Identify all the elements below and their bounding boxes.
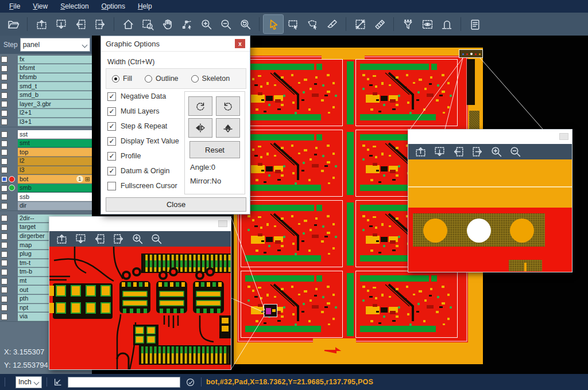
filter-button[interactable] xyxy=(398,15,417,33)
menu-help[interactable]: Help xyxy=(132,1,158,11)
eye-region-button[interactable] xyxy=(417,15,437,33)
layer-color-band[interactable]: l3 xyxy=(18,166,92,175)
box-arrow-up-button[interactable] xyxy=(32,15,51,33)
layer-visibility-checkbox[interactable] xyxy=(1,278,7,284)
layer-row-bfsmb[interactable]: bfsmb xyxy=(0,73,92,82)
window-button-icon[interactable] xyxy=(559,133,568,140)
dialog-close-action-button[interactable]: Close xyxy=(106,197,246,212)
layer-visibility-checkbox[interactable] xyxy=(1,65,7,72)
flip-vertical-button[interactable] xyxy=(216,118,240,138)
layer-visibility-checkbox[interactable] xyxy=(1,185,7,192)
radio-outline[interactable]: Outline xyxy=(145,75,179,83)
pan-hand-button[interactable] xyxy=(157,15,177,33)
layer-row-smt[interactable]: smt xyxy=(0,139,92,148)
menu-options[interactable]: Options xyxy=(96,1,131,11)
layer-visibility-checkbox[interactable] xyxy=(1,56,7,63)
report-button[interactable] xyxy=(465,15,485,33)
layer-color-band[interactable]: sst xyxy=(18,130,92,139)
box-arrow-up-button[interactable] xyxy=(55,233,68,245)
layer-visibility-checkbox[interactable] xyxy=(1,194,7,200)
checkbox-multi-layers[interactable]: ✓Multi Layers xyxy=(107,104,185,119)
rect-select-button[interactable] xyxy=(283,15,303,33)
layer-row-l2+1[interactable]: l2+1 xyxy=(0,109,92,118)
layer-color-band[interactable]: ssb xyxy=(18,193,92,201)
layer-visibility-checkbox[interactable] xyxy=(1,296,7,302)
layer-row-l3[interactable]: l3 xyxy=(0,166,92,175)
layer-visibility-checkbox[interactable] xyxy=(1,149,7,155)
layer-row-smd_t[interactable]: smd_t xyxy=(0,82,92,91)
layer-visibility-checkbox[interactable] xyxy=(1,251,7,258)
zoom-out-button[interactable] xyxy=(216,15,235,33)
layer-visibility-checkbox[interactable] xyxy=(1,83,7,89)
layer-row-sst[interactable]: sst xyxy=(0,130,92,139)
layer-color-band[interactable]: smd_t xyxy=(18,82,92,91)
zoom-prev-button[interactable] xyxy=(235,15,255,33)
layer-visibility-checkbox[interactable] xyxy=(1,203,7,209)
poly-select-button[interactable] xyxy=(303,15,322,33)
measure-diag-button[interactable] xyxy=(350,15,370,33)
layer-color-band[interactable]: smt xyxy=(18,139,92,148)
layer-row-fx[interactable]: fx xyxy=(0,55,92,64)
rotate-ccw-button[interactable] xyxy=(216,96,240,116)
layer-row-bfsmt[interactable]: bfsmt xyxy=(0,64,92,73)
box-arrow-up-button[interactable] xyxy=(413,146,427,158)
box-arrow-right-button[interactable] xyxy=(90,15,110,33)
menu-selection[interactable]: Selection xyxy=(55,1,94,11)
box-arrow-down-button[interactable] xyxy=(74,233,87,245)
box-arrow-left-button[interactable] xyxy=(92,233,106,245)
set-origin-icon[interactable] xyxy=(52,376,64,388)
box-arrow-right-button[interactable] xyxy=(470,146,484,158)
reset-button[interactable]: Reset xyxy=(189,141,240,158)
checkbox-step-repeat[interactable]: ✓Step & Repeat xyxy=(107,119,185,134)
flip-horizontal-button[interactable] xyxy=(188,118,212,138)
layer-color-band[interactable]: l2 xyxy=(18,157,92,166)
home-button[interactable] xyxy=(118,15,138,33)
zoom-in-button[interactable] xyxy=(489,146,503,158)
box-arrow-right-button[interactable] xyxy=(111,233,125,245)
box-arrow-down-button[interactable] xyxy=(51,15,71,33)
layer-row-dir[interactable]: dir xyxy=(0,202,92,211)
command-input[interactable] xyxy=(68,377,180,388)
layer-visibility-checkbox[interactable] xyxy=(1,119,7,125)
layer-row-l2[interactable]: l2 xyxy=(0,157,92,166)
snap-button[interactable] xyxy=(437,15,457,33)
layer-row-ssb[interactable]: ssb xyxy=(0,193,92,202)
radio-fill[interactable]: Fill xyxy=(112,75,132,83)
layer-visibility-checkbox[interactable] xyxy=(1,110,7,116)
layer-visibility-checkbox[interactable] xyxy=(1,158,7,165)
layer-visibility-checkbox[interactable] xyxy=(1,131,7,138)
zoom-in-button[interactable] xyxy=(130,233,144,245)
rotate-cw-button[interactable] xyxy=(188,96,212,116)
zoom-out-button[interactable] xyxy=(149,233,163,245)
magnifier-window-detail[interactable] xyxy=(49,216,231,370)
layer-visibility-checkbox[interactable] xyxy=(1,269,7,275)
checkbox-fullscreen-cursor[interactable]: Fullscreen Cursor xyxy=(107,178,185,193)
window-button-icon[interactable] xyxy=(218,220,227,227)
layer-visibility-checkbox[interactable] xyxy=(1,101,7,107)
layer-row-bot[interactable]: bot1⊞ xyxy=(0,175,92,184)
layer-color-band[interactable]: top xyxy=(18,148,92,157)
zoom-out-button[interactable] xyxy=(508,146,522,158)
layer-color-band[interactable]: bfsmt xyxy=(18,64,92,73)
layer-visibility-checkbox[interactable] xyxy=(1,242,7,248)
layer-visibility-checkbox[interactable] xyxy=(1,167,7,173)
layer-color-band[interactable]: bot1⊞ xyxy=(18,175,92,184)
menu-file[interactable]: File xyxy=(3,1,26,11)
box-arrow-left-button[interactable] xyxy=(451,146,465,158)
layer-color-band[interactable]: smb xyxy=(18,184,92,193)
layer-visibility-checkbox[interactable] xyxy=(1,314,7,320)
brush-button[interactable] xyxy=(322,15,342,33)
layer-row-smd_b[interactable]: smd_b xyxy=(0,91,92,100)
layer-visibility-checkbox[interactable] xyxy=(1,287,7,293)
layer-row-l3+1[interactable]: l3+1 xyxy=(0,118,92,127)
box-arrow-down-button[interactable] xyxy=(432,146,446,158)
layer-visibility-checkbox[interactable] xyxy=(1,260,7,266)
layer-color-band[interactable]: l3+1 xyxy=(18,118,92,127)
pointer-select-button[interactable] xyxy=(264,15,283,33)
ruler-button[interactable] xyxy=(370,15,389,33)
layer-color-band[interactable]: bfsmb xyxy=(18,73,92,82)
layer-row-smb[interactable]: smb xyxy=(0,184,92,193)
magnifier-titlebar[interactable] xyxy=(49,217,231,231)
layer-visibility-checkbox[interactable] xyxy=(1,305,7,311)
checkbox-negative-data[interactable]: ✓Negative Data xyxy=(107,89,185,104)
